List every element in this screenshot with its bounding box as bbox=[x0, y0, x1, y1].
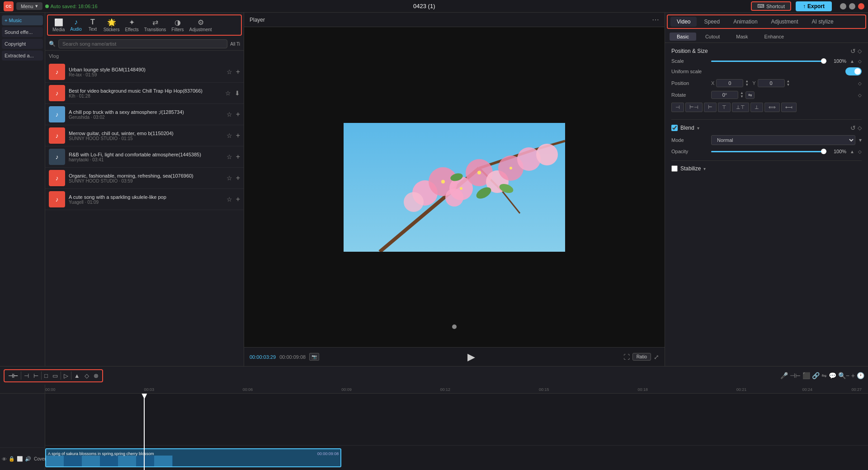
tab-stickers[interactable]: 🌟 Stickers bbox=[101, 16, 123, 34]
link-button[interactable]: 🔗 bbox=[812, 372, 820, 379]
scale-diamond[interactable]: ◇ bbox=[858, 59, 862, 64]
screenshot-button[interactable]: 📷 bbox=[309, 353, 319, 361]
add-button[interactable]: + bbox=[236, 195, 240, 203]
close-button[interactable] bbox=[858, 3, 864, 9]
align-bottom[interactable]: ⊥ bbox=[750, 103, 763, 112]
blend-mode-select[interactable]: Normal bbox=[711, 135, 855, 145]
track-vis-button[interactable]: ⬜ bbox=[17, 456, 23, 462]
list-item[interactable]: ♪ Organic, fashionable, morning, refresh… bbox=[45, 168, 244, 189]
zoom-out-button[interactable]: 🔍− bbox=[838, 372, 849, 379]
list-item[interactable]: ♪ R&B with Lo-Fi, light and comfortable … bbox=[45, 146, 244, 168]
blend-checkbox[interactable] bbox=[671, 125, 678, 131]
tab-speed[interactable]: Speed bbox=[698, 17, 726, 27]
blend-diamond[interactable]: ◇ bbox=[858, 124, 862, 132]
track-eye-button[interactable]: 👁 bbox=[2, 456, 7, 462]
favorite-button[interactable]: ☆ bbox=[226, 132, 232, 139]
blend-reset[interactable]: ↺ bbox=[850, 124, 856, 132]
stabilize-checkbox[interactable] bbox=[671, 165, 678, 172]
playhead[interactable] bbox=[144, 394, 145, 470]
tab-audio[interactable]: ♪ Audio bbox=[67, 16, 85, 34]
align-center-h[interactable]: ⊢⊣ bbox=[685, 103, 703, 112]
tab-ai-stylize[interactable]: AI stylize bbox=[806, 17, 840, 27]
shortcut-button[interactable]: ⌨ Shortcut bbox=[751, 1, 791, 11]
menu-button[interactable]: Menu ▾ bbox=[16, 2, 42, 10]
maximize-button[interactable] bbox=[849, 3, 855, 9]
rot-down[interactable]: ▼ bbox=[740, 95, 744, 99]
tool-split[interactable]: ⊣⊢ bbox=[6, 371, 20, 381]
video-clip[interactable]: A sprig of sakura blossoms in spring,spr… bbox=[45, 448, 341, 467]
tool-remove[interactable]: ⊗ bbox=[92, 371, 100, 381]
subtab-basic[interactable]: Basic bbox=[670, 33, 696, 41]
list-item[interactable]: ♪ A chill pop truck with a sexy atmosphe… bbox=[45, 104, 244, 125]
split3-button[interactable]: ⇋ bbox=[821, 372, 827, 379]
tool-keyframe[interactable]: ◇ bbox=[83, 371, 91, 381]
dist-h[interactable]: ⟺ bbox=[764, 103, 780, 112]
category-sound-effects[interactable]: Sound effe... bbox=[2, 27, 43, 37]
tab-adjustment[interactable]: ⚙ Adjustment bbox=[187, 16, 215, 34]
opacity-diamond[interactable]: ◇ bbox=[858, 149, 862, 154]
keyframe-diamond-button[interactable]: ◇ bbox=[858, 47, 862, 55]
align-right[interactable]: ⊢ bbox=[704, 103, 717, 112]
favorite-button[interactable]: ☆ bbox=[226, 174, 232, 182]
minimize-button[interactable] bbox=[840, 3, 846, 9]
pos-x-down[interactable]: ▼ bbox=[745, 83, 749, 87]
list-item[interactable]: ♪ Best for video background music Chill … bbox=[45, 83, 244, 104]
mic-button[interactable]: 🎤 bbox=[780, 372, 788, 379]
tab-media[interactable]: ⬜ Media bbox=[50, 16, 67, 34]
split2-button[interactable]: ⊣⊢ bbox=[790, 372, 801, 379]
dist-v[interactable]: ⟻ bbox=[781, 103, 797, 112]
tab-video[interactable]: Video bbox=[670, 17, 697, 27]
tab-text[interactable]: T Text bbox=[85, 16, 101, 34]
tool-delete[interactable]: □ bbox=[42, 371, 50, 381]
expand-button[interactable]: ⤢ bbox=[654, 353, 659, 361]
rotate-input[interactable] bbox=[711, 91, 738, 99]
add-button[interactable]: + bbox=[236, 153, 240, 161]
tool-trim-start[interactable]: ⊣ bbox=[22, 371, 31, 381]
track-audio-button[interactable]: 🔊 bbox=[25, 456, 31, 462]
caption-button[interactable]: 💬 bbox=[829, 372, 836, 379]
align-center-v[interactable]: ⊥⊤ bbox=[732, 103, 749, 112]
zoom-in-button[interactable]: + bbox=[851, 372, 855, 379]
opacity-slider[interactable] bbox=[711, 151, 826, 152]
opacity-up[interactable]: ▲ bbox=[850, 149, 854, 154]
play-button[interactable]: ▶ bbox=[467, 351, 475, 363]
uniform-scale-toggle[interactable] bbox=[845, 67, 862, 75]
pos-diamond[interactable]: ◇ bbox=[858, 81, 862, 86]
tool-color[interactable]: ▲ bbox=[72, 371, 82, 381]
subtab-mask[interactable]: Mask bbox=[729, 33, 755, 41]
search-input[interactable] bbox=[58, 39, 227, 48]
add-button[interactable]: + bbox=[236, 174, 240, 182]
download-button[interactable]: ⬇ bbox=[235, 89, 240, 97]
favorite-button[interactable]: ☆ bbox=[226, 196, 232, 203]
add-button[interactable]: + bbox=[236, 132, 240, 140]
align-top[interactable]: ⊤ bbox=[718, 103, 731, 112]
tab-filters[interactable]: ◑ Filters bbox=[169, 16, 186, 34]
favorite-button[interactable]: ☆ bbox=[225, 89, 231, 97]
tab-effects[interactable]: ✦ Effects bbox=[122, 16, 141, 34]
tool-crop[interactable]: ▭ bbox=[51, 371, 60, 381]
scale-up[interactable]: ▲ bbox=[850, 59, 854, 64]
add-button[interactable]: + bbox=[236, 110, 240, 118]
filter-label[interactable]: All Ti bbox=[230, 42, 240, 47]
favorite-button[interactable]: ☆ bbox=[226, 68, 232, 75]
list-item[interactable]: ♪ Urban lounge style BGM(1148490) Re-lax… bbox=[45, 61, 244, 83]
tool-play-clip[interactable]: ▷ bbox=[62, 371, 70, 381]
player-indicator[interactable] bbox=[452, 324, 457, 329]
subtab-enhance[interactable]: Enhance bbox=[757, 33, 791, 41]
player-menu-button[interactable]: ⋯ bbox=[652, 15, 659, 24]
position-x-input[interactable] bbox=[716, 79, 743, 87]
favorite-button[interactable]: ☆ bbox=[226, 153, 232, 160]
favorite-button[interactable]: ☆ bbox=[226, 111, 232, 118]
fullscreen-button[interactable]: ⛶ bbox=[623, 353, 630, 361]
add-button[interactable]: + bbox=[236, 68, 240, 76]
rot-diamond[interactable]: ◇ bbox=[858, 93, 862, 98]
screen-button[interactable]: ⬛ bbox=[802, 372, 810, 379]
tab-adjustment[interactable]: Adjustment bbox=[765, 17, 805, 27]
scale-slider[interactable] bbox=[711, 61, 826, 62]
category-music[interactable]: + Music bbox=[2, 15, 43, 25]
category-copyright[interactable]: Copyright bbox=[2, 39, 43, 49]
pos-y-down[interactable]: ▼ bbox=[787, 83, 790, 87]
export-button[interactable]: ↑ Export bbox=[796, 1, 832, 11]
reset-transform-button[interactable]: ↺ bbox=[850, 47, 856, 55]
ratio-button[interactable]: Ratio bbox=[632, 353, 651, 361]
